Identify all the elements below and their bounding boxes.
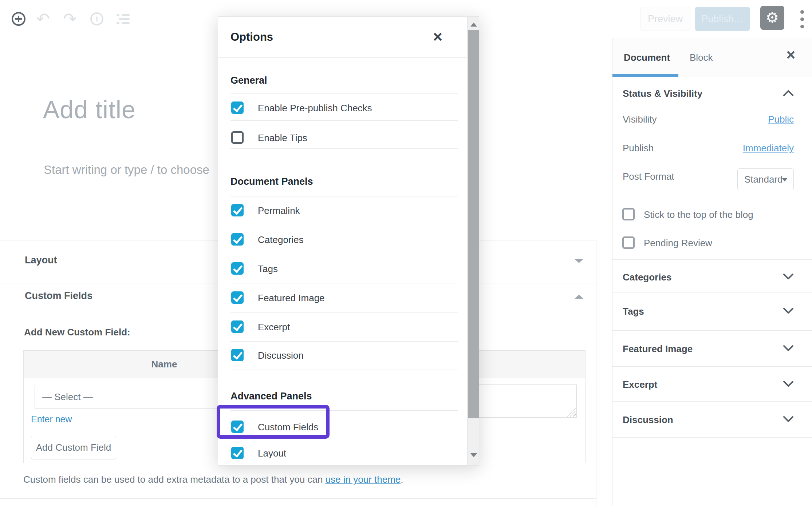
panel-excerpt[interactable]: Excerpt [623,379,657,390]
publish-button[interactable]: Publish… [695,7,750,31]
options-modal: Options × General Enable Pre-publish Che… [218,16,479,466]
tab-document[interactable]: Document [624,52,670,63]
chevron-down-icon[interactable] [783,381,794,389]
add-custom-field-button[interactable]: Add Custom Field [31,436,116,459]
publish-label: Publish [623,143,654,154]
resize-grip-icon[interactable] [567,408,576,417]
add-block-icon[interactable] [12,12,25,26]
enable-prepublish-label[interactable]: Enable Pre-publish Checks [258,103,372,114]
visibility-value-link[interactable]: Public [768,114,794,125]
chevron-down-icon[interactable] [783,345,794,353]
divider [230,254,458,254]
enter-new-link[interactable]: Enter new [31,414,72,425]
post-format-label: Post Format [623,171,674,182]
chevron-down-icon[interactable] [575,259,583,263]
redo-icon[interactable]: ↷ [63,9,76,29]
divider [230,312,458,312]
metabox-custom-fields-header[interactable]: Custom Fields [25,290,92,302]
divider [230,196,458,196]
help-text: Custom fields can be used to add extra m… [23,474,326,485]
divider [612,330,812,331]
add-new-custom-field-label: Add New Custom Field: [24,327,130,338]
use-in-your-theme-link[interactable]: use in your theme [326,474,401,485]
permalink-checkbox[interactable] [231,204,244,216]
status-visibility-panel-header[interactable]: Status & Visibility [623,88,702,99]
divider [230,225,458,225]
layout-label[interactable]: Layout [258,448,286,459]
divider [230,148,458,149]
visibility-label: Visibility [623,114,657,125]
chevron-up-icon[interactable] [783,89,794,98]
featured-image-checkbox[interactable] [231,291,244,304]
post-title-input[interactable]: Add title [43,95,136,124]
chevron-down-icon[interactable] [783,273,794,282]
divider [230,93,458,93]
panel-categories[interactable]: Categories [623,272,671,283]
custom-fields-highlight-box [217,405,330,439]
panel-tags[interactable]: Tags [623,306,644,317]
section-general: General [230,75,267,86]
scroll-up-icon[interactable] [470,23,477,27]
chevron-down-icon[interactable] [783,307,794,316]
divider [230,120,458,121]
chevron-down-icon[interactable] [783,416,794,424]
categories-label[interactable]: Categories [258,234,304,246]
discussion-label[interactable]: Discussion [258,350,304,361]
divider [596,240,596,506]
publish-value-link[interactable]: Immediately [743,143,794,154]
divider [218,57,468,58]
stick-to-top-label[interactable]: Stick to the top of the blog [644,209,753,220]
discussion-checkbox[interactable] [231,349,244,361]
categories-checkbox[interactable] [231,233,244,246]
enable-tips-checkbox[interactable] [231,131,244,144]
divider [612,437,812,438]
divider [230,370,458,370]
stick-to-top-checkbox[interactable] [622,208,635,220]
tab-block[interactable]: Block [690,52,713,63]
settings-sidebar: Document Block × Status & Visibility Vis… [612,38,812,506]
section-document-panels: Document Panels [230,176,313,187]
modal-title: Options [230,31,273,44]
panel-discussion[interactable]: Discussion [623,414,673,426]
section-advanced-panels: Advanced Panels [230,391,312,402]
metabox-layout-header[interactable]: Layout [25,255,57,266]
chevron-up-icon[interactable] [575,295,583,299]
post-body-input[interactable]: Start writing or type / to choose [44,163,209,177]
divider [612,366,812,367]
modal-scrollbar[interactable] [467,17,479,465]
outline-icon[interactable] [117,14,130,25]
divider [230,341,458,342]
tags-checkbox[interactable] [231,262,244,275]
pending-review-label[interactable]: Pending Review [644,238,712,249]
more-options-icon[interactable] [800,10,804,32]
scrollbar-thumb[interactable] [468,30,479,418]
enable-prepublish-checkbox[interactable] [231,101,244,114]
excerpt-label[interactable]: Excerpt [258,322,290,333]
layout-checkbox[interactable] [231,447,244,459]
tags-label[interactable]: Tags [258,263,278,275]
undo-icon[interactable]: ↶ [36,9,50,29]
pending-review-checkbox[interactable] [622,236,635,249]
post-format-value: Standard [744,174,783,185]
scroll-down-icon[interactable] [470,453,477,457]
sidebar-tabs: Document Block × [612,38,812,77]
permalink-label[interactable]: Permalink [258,205,300,216]
close-sidebar-icon[interactable]: × [786,46,795,64]
close-modal-icon[interactable]: × [433,28,442,46]
caret-down-icon [782,178,788,182]
preview-button[interactable]: Preview [640,7,690,31]
divider [612,292,812,292]
active-tab-underline [612,74,678,77]
divider [230,283,458,283]
enable-tips-label[interactable]: Enable Tips [258,132,307,144]
excerpt-checkbox[interactable] [231,320,244,333]
info-icon[interactable]: i [90,12,103,25]
panel-featured-image[interactable]: Featured Image [623,343,693,355]
custom-fields-help-text: Custom fields can be used to add extra m… [23,474,403,485]
divider [612,259,812,260]
featured-image-label[interactable]: Featured Image [258,292,325,304]
help-text-period: . [401,474,403,485]
post-format-select[interactable]: Standard [737,168,794,190]
divider [0,498,596,499]
settings-gear-button[interactable]: ⚙ [760,6,784,30]
